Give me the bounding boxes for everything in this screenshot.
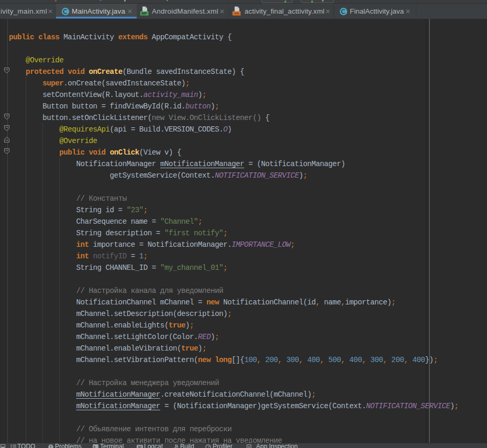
svg-text:MF: MF bbox=[141, 11, 147, 16]
svg-text:<>: <> bbox=[235, 12, 239, 15]
